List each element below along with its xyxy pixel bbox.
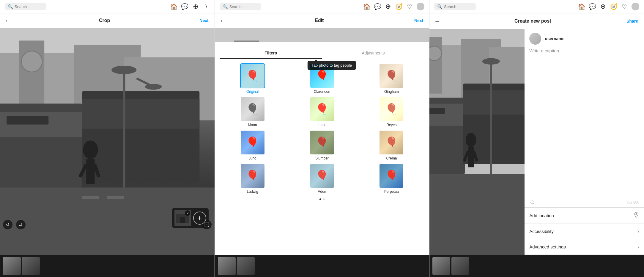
- emoji-button[interactable]: ☺: [529, 199, 535, 206]
- accessibility-chevron-icon: ›: [637, 228, 639, 235]
- svg-point-14: [83, 140, 98, 159]
- search-input-1[interactable]: [15, 4, 44, 9]
- create-photo-area: [429, 29, 525, 255]
- search-input-3[interactable]: [444, 4, 474, 9]
- filter-label-perpetua: Perpetua: [384, 190, 399, 194]
- share-button[interactable]: Share: [625, 18, 639, 25]
- crop-back-button[interactable]: ←: [5, 17, 11, 24]
- search-box-1[interactable]: 🔍: [5, 3, 46, 10]
- create-photo-svg: [429, 29, 525, 255]
- arrow-icon-1[interactable]: ⟩: [203, 3, 210, 10]
- flip-button[interactable]: ⇄: [16, 220, 26, 229]
- thumbnail-add-button[interactable]: +: [193, 212, 206, 225]
- heart-icon-2[interactable]: ♡: [406, 3, 413, 10]
- add-icon-1[interactable]: ⊕: [192, 3, 199, 10]
- post-content-area: username ☺ 0/2,200 Add location: [429, 29, 644, 255]
- crop-panel: ← Crop Next: [0, 13, 215, 277]
- post-username: username: [545, 36, 564, 41]
- crop-controls: ↺ ⇄: [3, 220, 26, 229]
- char-count: 0/2,200: [627, 200, 639, 204]
- filter-item-lark[interactable]: 🎈 Lark: [289, 97, 355, 127]
- compass-icon-3[interactable]: 🧭: [610, 3, 617, 10]
- filter-thumb-original: 🎈: [241, 64, 264, 88]
- dot-1: [319, 198, 321, 200]
- filter-item-perpetua[interactable]: 🎈 Perpetua: [358, 164, 424, 194]
- svg-point-64: [482, 58, 500, 65]
- search-icon-2: 🔍: [223, 4, 228, 9]
- add-icon-3[interactable]: ⊕: [599, 3, 607, 10]
- messenger-icon-2[interactable]: 💬: [374, 3, 381, 10]
- home-icon-2[interactable]: 🏠: [363, 3, 370, 10]
- search-box-3[interactable]: 🔍: [434, 3, 476, 10]
- heart-icon-3[interactable]: ♡: [621, 3, 628, 10]
- thumbnail-remove-button[interactable]: ✕: [185, 210, 190, 216]
- post-options: Add location Accessibility ›: [525, 207, 644, 255]
- home-icon-3[interactable]: 🏠: [578, 3, 585, 10]
- filter-item-moon[interactable]: 🎈 Moon: [220, 97, 286, 127]
- filter-label-ludwig: Ludwig: [247, 190, 258, 194]
- strip-thumb-1[interactable]: [3, 257, 21, 275]
- tab-filters[interactable]: Filters: [220, 47, 322, 59]
- create-strip-thumb-2[interactable]: [451, 257, 469, 275]
- tag-people-tooltip: Tap photo to tag people: [307, 61, 356, 70]
- crop-title: Crop: [11, 18, 198, 23]
- filter-thumb-reyes: 🎈: [380, 97, 403, 121]
- home-icon-1[interactable]: 🏠: [171, 3, 178, 10]
- filter-label-crema: Crema: [386, 156, 397, 160]
- edit-strip-thumb-2[interactable]: [237, 257, 255, 275]
- svg-point-52: [429, 46, 442, 61]
- avatar-3[interactable]: [632, 3, 639, 10]
- filter-item-crema[interactable]: 🎈 Crema: [358, 131, 424, 160]
- create-thumb-strip: [429, 255, 644, 277]
- create-strip-thumb-1[interactable]: [432, 257, 450, 275]
- crop-next-button[interactable]: Next: [198, 17, 210, 24]
- create-back-button[interactable]: ←: [434, 18, 440, 25]
- filter-label-slumber: Slumber: [315, 156, 329, 160]
- add-location-label: Add location: [529, 213, 554, 218]
- edit-strip-thumb-1[interactable]: [218, 257, 236, 275]
- triple-nav-bar: 🔍 🏠 💬 ⊕ ⟩ 🔍 🏠 💬 ⊕ 🧭 ♡ 🔍 🏠 💬 ⊕ 🧭 ♡: [0, 0, 644, 13]
- svg-rect-10: [82, 99, 199, 129]
- messenger-icon-1[interactable]: 💬: [181, 3, 188, 10]
- svg-rect-12: [82, 196, 99, 199]
- messenger-icon-3[interactable]: 💬: [589, 3, 596, 10]
- add-icon-2[interactable]: ⊕: [385, 3, 392, 10]
- advanced-settings-row[interactable]: Advanced settings ›: [525, 239, 644, 255]
- edit-back-button[interactable]: ←: [220, 17, 226, 24]
- filter-item-reyes[interactable]: 🎈 Reyes: [358, 97, 424, 127]
- post-user-row: username: [525, 29, 644, 48]
- filter-item-original[interactable]: 🎈 Original: [220, 64, 286, 94]
- filter-tabs: Filters Adjustments: [220, 47, 425, 59]
- filter-label-aden: Aden: [318, 190, 326, 194]
- balloon-perpetua: 🎈: [380, 164, 403, 188]
- accessibility-row[interactable]: Accessibility ›: [525, 224, 644, 239]
- filter-thumb-lark: 🎈: [310, 97, 334, 121]
- avatar-2[interactable]: [417, 3, 424, 10]
- filter-item-ludwig[interactable]: 🎈 Ludwig: [220, 164, 286, 194]
- filter-item-aden[interactable]: 🎈 Aden: [289, 164, 355, 194]
- svg-point-19: [111, 66, 137, 74]
- search-input-2[interactable]: [229, 4, 259, 9]
- caption-input[interactable]: [529, 48, 639, 84]
- balloon-moon: 🎈: [241, 97, 264, 121]
- edit-next-button[interactable]: Next: [413, 17, 424, 24]
- balloon-lark: 🎈: [310, 97, 334, 121]
- strip-thumb-2[interactable]: [22, 257, 40, 275]
- search-box-2[interactable]: 🔍: [220, 3, 261, 10]
- balloon-aden: 🎈: [310, 164, 334, 188]
- filter-item-slumber[interactable]: 🎈 Slumber: [289, 131, 355, 160]
- add-location-row[interactable]: Add location: [525, 208, 644, 224]
- advanced-chevron-icon: ›: [637, 243, 639, 250]
- location-icon: [633, 212, 639, 219]
- balloon-crema: 🎈: [380, 131, 403, 154]
- compass-icon-2[interactable]: 🧭: [395, 3, 402, 10]
- crop-image-area: ↺ ⇄: [0, 28, 215, 255]
- filter-item-juno[interactable]: 🎈 Juno: [220, 131, 286, 160]
- rotate-button[interactable]: ↺: [3, 220, 12, 229]
- filter-label-lark: Lark: [319, 123, 325, 127]
- svg-rect-26: [180, 217, 185, 223]
- filter-label-original: Original: [246, 90, 259, 94]
- filter-item-gingham[interactable]: 🎈 Gingham: [358, 64, 424, 94]
- tab-adjustments[interactable]: Adjustments: [322, 47, 425, 59]
- thumbnail-item-1: ✕: [174, 210, 191, 226]
